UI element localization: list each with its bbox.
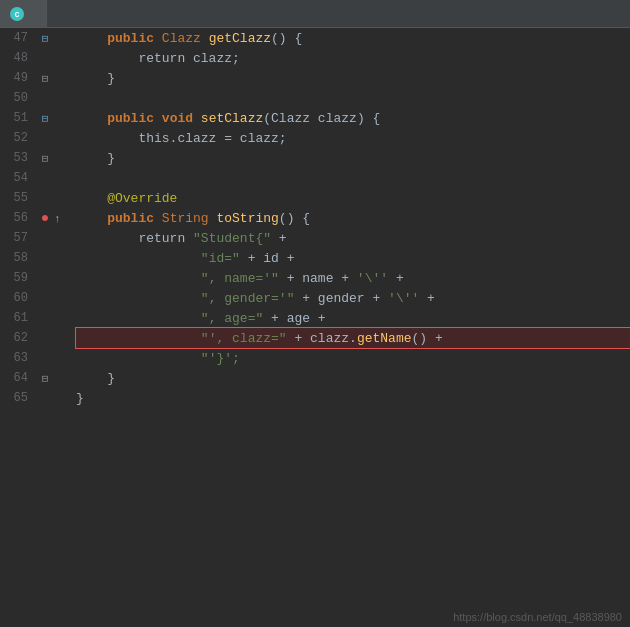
code-token: + [388, 271, 404, 286]
code-token: + [271, 231, 287, 246]
line-number: 64 [0, 371, 36, 385]
code-lines: public Clazz getClazz() { return clazz; … [72, 28, 630, 627]
code-token: () { [271, 31, 302, 46]
line-number: 56 [0, 211, 36, 225]
code-token: () + [411, 331, 442, 346]
code-token: "'}'; [201, 351, 240, 366]
code-token: '\'' [357, 271, 388, 286]
gutter-icon: ⊟ [36, 372, 54, 385]
code-token: public [107, 111, 162, 126]
code-token: () { [279, 211, 310, 226]
line-number: 57 [0, 231, 36, 245]
bookmark-icon: ⊟ [42, 112, 49, 125]
code-token: Clazz [162, 31, 209, 46]
code-area: 47⊟4849⊟5051⊟5253⊟545556●↑57585960616263… [0, 28, 630, 627]
gutter-row: 49⊟ [0, 68, 72, 88]
gutter-row: 58 [0, 248, 72, 268]
code-token [76, 331, 201, 346]
code-line: public void setClazz(Clazz clazz) { [76, 108, 630, 128]
gutter-row: 53⊟ [0, 148, 72, 168]
gutter-row: 51⊟ [0, 108, 72, 128]
code-token: } [76, 391, 84, 406]
code-line: } [76, 388, 630, 408]
code-token [76, 311, 201, 326]
code-token: } [76, 71, 115, 86]
code-token [76, 211, 107, 226]
gutter-row: 60 [0, 288, 72, 308]
code-token: "id=" [201, 251, 240, 266]
gutter-row: 50 [0, 88, 72, 108]
code-line: @Override [76, 188, 630, 208]
gutter-icon: ⊟ [36, 32, 54, 45]
line-number: 60 [0, 291, 36, 305]
code-line: ", gender='" + gender + '\'' + [76, 288, 630, 308]
code-line: ", age=" + age + [76, 308, 630, 328]
gutter-row: 59 [0, 268, 72, 288]
code-token: + id + [240, 251, 295, 266]
code-line: ", name='" + name + '\'' + [76, 268, 630, 288]
code-token [76, 251, 201, 266]
code-token [76, 31, 107, 46]
code-token: return clazz; [76, 51, 240, 66]
code-token: "Student{" [193, 231, 271, 246]
line-number: 65 [0, 391, 36, 405]
gutter-row: 48 [0, 48, 72, 68]
code-token: '\'' [388, 291, 419, 306]
line-number: 54 [0, 171, 36, 185]
code-token: + gender + [294, 291, 388, 306]
gutter: 47⊟4849⊟5051⊟5253⊟545556●↑57585960616263… [0, 28, 72, 627]
code-token: ", age=" [201, 311, 263, 326]
line-number: 62 [0, 331, 36, 345]
line-number: 61 [0, 311, 36, 325]
gutter-row: 65 [0, 388, 72, 408]
gutter-row: 62 [0, 328, 72, 348]
code-line: } [76, 368, 630, 388]
gutter-row: 63 [0, 348, 72, 368]
line-number: 51 [0, 111, 36, 125]
gutter-row: 56●↑ [0, 208, 72, 228]
code-line [76, 168, 630, 188]
code-line: this.clazz = clazz; [76, 128, 630, 148]
tab-icon: c [10, 7, 24, 21]
code-token: setClazz [201, 111, 263, 126]
gutter-row: 55 [0, 188, 72, 208]
code-token: this.clazz = clazz; [76, 131, 287, 146]
fold-icon: ⊟ [42, 72, 49, 85]
code-line: return "Student{" + [76, 228, 630, 248]
code-token: return [76, 231, 193, 246]
code-token: @Override [76, 191, 177, 206]
line-number: 48 [0, 51, 36, 65]
code-token: + name + [279, 271, 357, 286]
line-number: 63 [0, 351, 36, 365]
arrow-icon: ↑ [54, 211, 72, 226]
code-line: } [76, 68, 630, 88]
code-token: } [76, 371, 115, 386]
fold-icon: ⊟ [42, 152, 49, 165]
line-number: 50 [0, 91, 36, 105]
gutter-row: 61 [0, 308, 72, 328]
breakpoint-dot[interactable]: ● [41, 210, 49, 226]
code-line: } [76, 148, 630, 168]
code-token: String [162, 211, 217, 226]
gutter-row: 47⊟ [0, 28, 72, 48]
code-line [76, 88, 630, 108]
code-line: public Clazz getClazz() { [76, 28, 630, 48]
code-token [76, 351, 201, 366]
gutter-icon: ⊟ [36, 152, 54, 165]
code-token: "', clazz=" [201, 331, 287, 346]
line-number: 53 [0, 151, 36, 165]
tab[interactable]: c [0, 0, 47, 27]
gutter-row: 52 [0, 128, 72, 148]
code-token [76, 111, 107, 126]
code-token [76, 291, 201, 306]
line-number: 47 [0, 31, 36, 45]
code-token: toString [216, 211, 278, 226]
gutter-icon: ● [36, 210, 54, 226]
code-token: ", gender='" [201, 291, 295, 306]
code-token: public [107, 31, 162, 46]
bookmark-icon: ⊟ [42, 32, 49, 45]
code-token: getName [357, 331, 412, 346]
line-number: 52 [0, 131, 36, 145]
line-number: 58 [0, 251, 36, 265]
code-line: "', clazz=" + clazz.getName() + [76, 328, 630, 348]
